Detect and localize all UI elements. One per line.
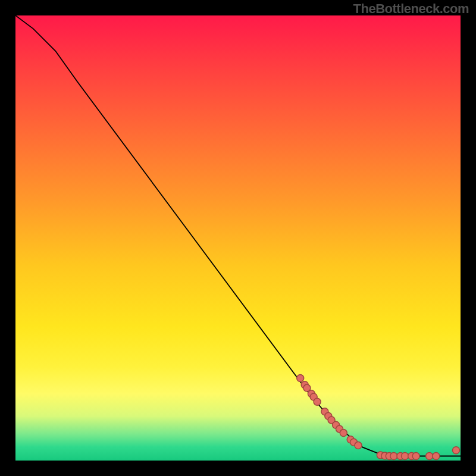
attribution-text: TheBottleneck.com	[353, 1, 469, 17]
gradient-background	[15, 15, 461, 461]
chart-container: TheBottleneck.com	[0, 0, 476, 476]
